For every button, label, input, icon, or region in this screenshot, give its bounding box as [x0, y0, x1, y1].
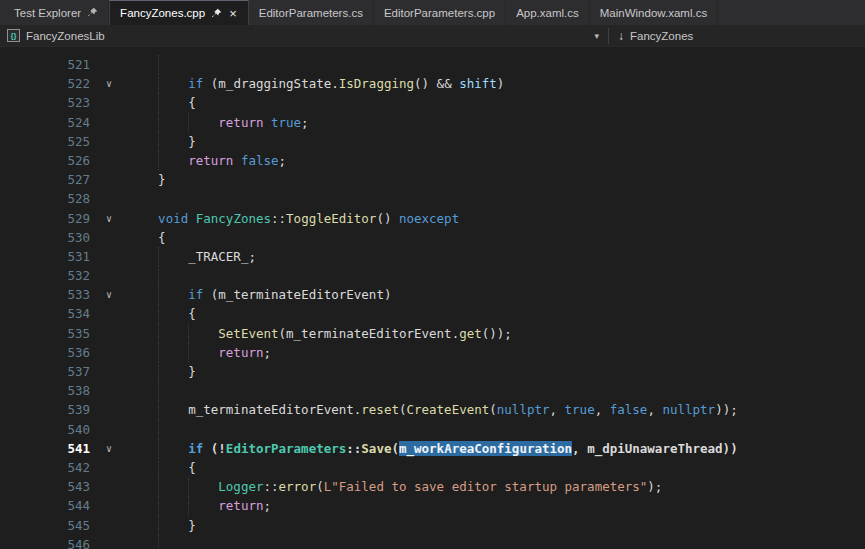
code-line[interactable]: m_terminateEditorEvent.reset(CreateEvent…	[128, 400, 865, 419]
code-line[interactable]: if (m_terminateEditorEvent)	[128, 285, 865, 304]
line-number: 545	[0, 516, 90, 535]
line-number: 527	[0, 170, 90, 189]
line-number: 524	[0, 113, 90, 132]
indent-guide	[158, 132, 159, 151]
line-number: 523	[0, 93, 90, 112]
fold-margin	[90, 55, 128, 74]
fold-margin	[90, 400, 128, 419]
line-number: 532	[0, 266, 90, 285]
tab-label: App.xaml.cs	[516, 7, 579, 19]
fold-margin	[90, 247, 128, 266]
line-number: 537	[0, 362, 90, 381]
tab-mainwindow-xaml-cs[interactable]: MainWindow.xaml.cs	[590, 0, 718, 25]
fold-margin	[90, 189, 128, 208]
fold-margin	[90, 516, 128, 535]
code-line[interactable]: return;	[128, 496, 865, 515]
indent-guide	[158, 55, 159, 74]
code-line[interactable]: }	[128, 132, 865, 151]
down-arrow-icon: ↓	[618, 29, 624, 43]
document-tab-bar: Test Explorer FancyZones.cpp × EditorPar…	[0, 0, 865, 25]
project-dropdown[interactable]: {} FancyZonesLib ▾	[0, 29, 608, 42]
project-icon: {}	[7, 29, 20, 42]
code-row: 531 _TRACER_;	[0, 247, 865, 266]
line-number: 529	[0, 209, 90, 228]
tab-label: FancyZones.cpp	[120, 7, 205, 19]
member-dropdown[interactable]: ↓ FancyZones	[609, 29, 693, 43]
line-number: 535	[0, 324, 90, 343]
line-number: 525	[0, 132, 90, 151]
code-row: 532	[0, 266, 865, 285]
fold-margin	[90, 113, 128, 132]
code-row: 523 {	[0, 93, 865, 112]
code-line[interactable]: if (m_draggingState.IsDragging() && shif…	[128, 74, 865, 93]
line-number: 521	[0, 55, 90, 74]
fold-margin	[90, 362, 128, 381]
code-line[interactable]	[128, 535, 865, 549]
fold-collapse-icon[interactable]: ∨	[90, 439, 128, 458]
code-line[interactable]	[128, 420, 865, 439]
code-line[interactable]	[128, 189, 865, 208]
tab-editorparameters-cpp[interactable]: EditorParameters.cpp	[374, 0, 506, 25]
line-number: 543	[0, 477, 90, 496]
code-line[interactable]: {	[128, 304, 865, 323]
tab-test-explorer[interactable]: Test Explorer	[4, 0, 109, 25]
code-row: 529∨ void FancyZones::ToggleEditor() noe…	[0, 209, 865, 228]
fold-collapse-icon[interactable]: ∨	[90, 74, 128, 93]
project-name: FancyZonesLib	[26, 30, 105, 42]
close-icon[interactable]: ×	[228, 7, 238, 20]
code-line[interactable]: }	[128, 362, 865, 381]
code-line[interactable]: return false;	[128, 151, 865, 170]
tabstrip-filler	[718, 0, 865, 25]
indent-guide	[158, 535, 159, 549]
code-row: 543 Logger::error(L"Failed to save edito…	[0, 477, 865, 496]
code-row: 544 return;	[0, 496, 865, 515]
code-line[interactable]: return true;	[128, 113, 865, 132]
line-number: 536	[0, 343, 90, 362]
code-line[interactable]: Logger::error(L"Failed to save editor st…	[128, 477, 865, 496]
code-line[interactable]: void FancyZones::ToggleEditor() noexcept	[128, 209, 865, 228]
tab-app-xaml-cs[interactable]: App.xaml.cs	[506, 0, 590, 25]
indent-guide	[188, 113, 189, 132]
code-line[interactable]: }	[128, 170, 865, 189]
line-number: 542	[0, 458, 90, 477]
fold-margin	[90, 151, 128, 170]
pin-icon[interactable]	[87, 7, 98, 18]
fold-collapse-icon[interactable]: ∨	[90, 209, 128, 228]
code-line[interactable]: _TRACER_;	[128, 247, 865, 266]
code-line[interactable]: return;	[128, 343, 865, 362]
indent-guide	[158, 400, 159, 419]
line-number: 541	[0, 439, 90, 458]
code-line[interactable]: SetEvent(m_terminateEditorEvent.get());	[128, 324, 865, 343]
code-line[interactable]	[128, 55, 865, 74]
indent-guide	[158, 516, 159, 535]
code-line[interactable]: if (!EditorParameters::Save(m_workAreaCo…	[128, 439, 865, 458]
fold-margin	[90, 93, 128, 112]
code-row: 530 {	[0, 228, 865, 247]
fold-margin	[90, 496, 128, 515]
code-line[interactable]: {	[128, 458, 865, 477]
member-name: FancyZones	[630, 30, 693, 42]
indent-guide	[158, 420, 159, 439]
tab-fancyzones-cpp[interactable]: FancyZones.cpp ×	[109, 0, 249, 25]
pin-icon[interactable]	[211, 8, 222, 19]
indent-guide	[158, 343, 159, 362]
fold-margin	[90, 304, 128, 323]
fold-margin	[90, 170, 128, 189]
fold-collapse-icon[interactable]: ∨	[90, 285, 128, 304]
chevron-down-icon[interactable]: ▾	[594, 31, 608, 41]
line-number: 533	[0, 285, 90, 304]
code-line[interactable]	[128, 266, 865, 285]
tab-editorparameters-cs[interactable]: EditorParameters.cs	[249, 0, 374, 25]
indent-guide	[158, 74, 159, 93]
code-editor[interactable]: 521522∨ if (m_draggingState.IsDragging()…	[0, 47, 865, 549]
code-row: 528	[0, 189, 865, 208]
code-line[interactable]: {	[128, 93, 865, 112]
fold-margin	[90, 535, 128, 549]
code-line[interactable]: }	[128, 516, 865, 535]
code-line[interactable]: {	[128, 228, 865, 247]
code-line[interactable]	[128, 381, 865, 400]
line-number: 522	[0, 74, 90, 93]
fold-margin	[90, 324, 128, 343]
fold-margin	[90, 132, 128, 151]
line-number: 530	[0, 228, 90, 247]
